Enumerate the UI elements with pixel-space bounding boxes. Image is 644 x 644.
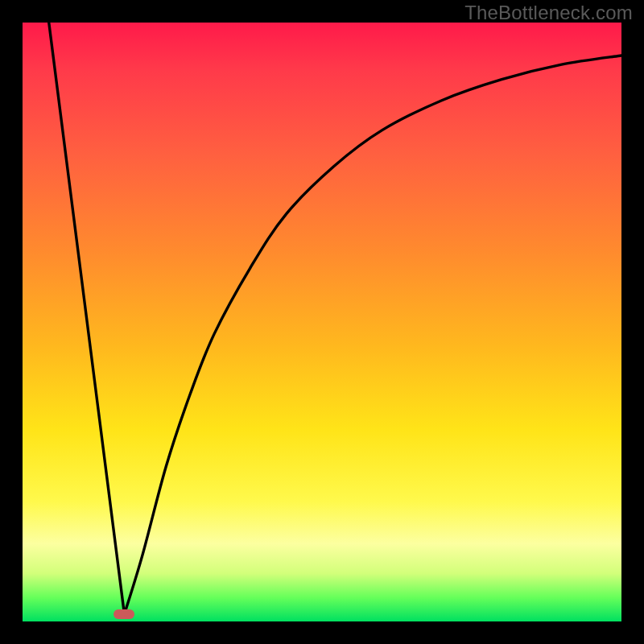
watermark-text: TheBottleneck.com — [464, 2, 633, 24]
curve-path — [49, 23, 621, 614]
min-marker — [114, 609, 134, 619]
plot-area — [23, 23, 621, 621]
curve-layer — [23, 23, 621, 621]
chart-frame: TheBottleneck.com — [0, 0, 644, 644]
